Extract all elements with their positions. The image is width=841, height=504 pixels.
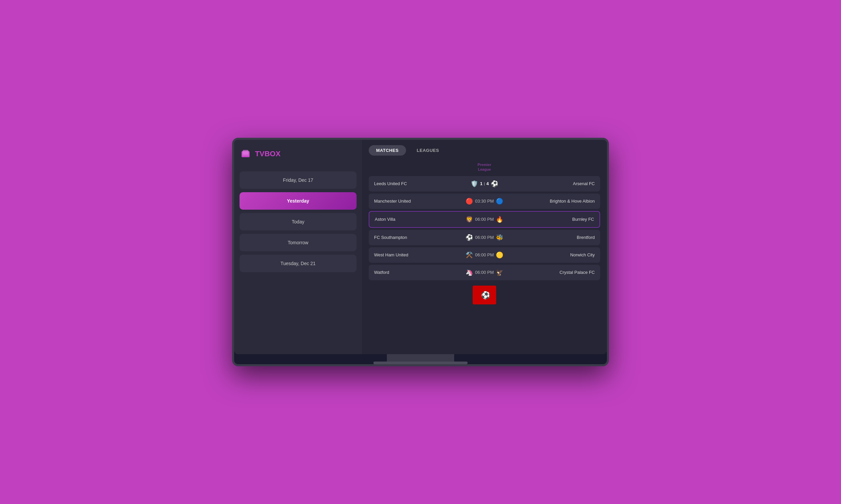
svg-rect-2 bbox=[242, 150, 249, 156]
home-team: Leeds United FC bbox=[374, 181, 461, 186]
score-display: 06:00 PM bbox=[475, 235, 494, 240]
match-row-highlighted[interactable]: Aston Villa 🦁 06:00 PM 🔥 Burnley FC bbox=[369, 211, 600, 228]
date-button-friday[interactable]: Friday, Dec 17 bbox=[240, 172, 357, 189]
away-badge: 🦅 bbox=[496, 269, 503, 276]
tab-leagues[interactable]: LEAGUES bbox=[409, 145, 446, 156]
home-team: Aston Villa bbox=[375, 217, 461, 222]
away-team: Norwich City bbox=[508, 252, 595, 257]
premier-league-header: PremierLeague bbox=[369, 162, 600, 172]
home-team: Watford bbox=[374, 270, 461, 275]
bundesliga-icon: ⚽ bbox=[478, 288, 491, 302]
away-badge: ⚽ bbox=[491, 180, 498, 187]
score-display: 1 : 4 bbox=[480, 181, 489, 186]
date-button-yesterday[interactable]: Yesterday bbox=[240, 192, 357, 210]
away-team: Arsenal FC bbox=[508, 181, 595, 186]
away-badge: 🟡 bbox=[496, 251, 503, 259]
date-button-tomorrow[interactable]: Tomorrow bbox=[240, 234, 357, 251]
tvbox-logo-icon bbox=[240, 148, 252, 160]
tab-matches[interactable]: MATCHES bbox=[369, 145, 406, 156]
date-button-tuesday[interactable]: Tuesday, Dec 21 bbox=[240, 255, 357, 272]
match-row[interactable]: Watford 🦄 06:00 PM 🦅 Crystal Palace FC bbox=[369, 265, 600, 280]
match-row[interactable]: FC Southampton ⚽ 06:00 PM 🐝 Brentford bbox=[369, 230, 600, 245]
logo-text: TVBOX bbox=[255, 149, 280, 158]
away-team: Burnley FC bbox=[508, 217, 594, 222]
logo-box: BOX bbox=[264, 149, 280, 158]
away-team: Brentford bbox=[508, 235, 595, 240]
home-badge: 🦁 bbox=[466, 216, 473, 223]
away-badge: 🔵 bbox=[496, 198, 503, 205]
app-content: TVBOX Friday, Dec 17 Yesterday Today Tom… bbox=[234, 140, 607, 354]
svg-text:⚽: ⚽ bbox=[481, 291, 491, 300]
bundesliga-badge: ⚽ bbox=[473, 286, 496, 304]
home-team: West Ham United bbox=[374, 252, 461, 257]
away-team: Crystal Palace FC bbox=[508, 270, 595, 275]
away-badge: 🐝 bbox=[496, 234, 503, 241]
match-center: 🛡️ 1 : 4 ⚽ bbox=[461, 180, 508, 187]
away-badge: 🔥 bbox=[496, 216, 503, 223]
tv-frame: TVBOX Friday, Dec 17 Yesterday Today Tom… bbox=[232, 138, 609, 366]
score-display: 03:30 PM bbox=[475, 199, 494, 204]
match-row[interactable]: West Ham United ⚒️ 06:00 PM 🟡 Norwich Ci… bbox=[369, 247, 600, 263]
score-display: 06:00 PM bbox=[475, 252, 494, 257]
home-team: Manchester United bbox=[374, 199, 461, 204]
sidebar: TVBOX Friday, Dec 17 Yesterday Today Tom… bbox=[234, 140, 362, 354]
match-center: 🦄 06:00 PM 🦅 bbox=[461, 269, 508, 276]
score-display: 06:00 PM bbox=[475, 270, 494, 275]
main-content: MATCHES LEAGUES PremierLeague Leeds Unit… bbox=[362, 140, 607, 354]
premier-league-badge: PremierLeague bbox=[478, 162, 492, 172]
tv-stand bbox=[387, 354, 454, 364]
logo-area: TVBOX bbox=[240, 146, 357, 161]
date-button-today[interactable]: Today bbox=[240, 213, 357, 231]
match-row[interactable]: Manchester United 🔴 03:30 PM 🔵 Brighton … bbox=[369, 194, 600, 209]
home-badge: 🔴 bbox=[466, 198, 473, 205]
match-center: ⚒️ 06:00 PM 🟡 bbox=[461, 251, 508, 259]
score-display: 06:00 PM bbox=[475, 217, 494, 222]
match-row[interactable]: Leeds United FC 🛡️ 1 : 4 ⚽ Arsenal FC bbox=[369, 176, 600, 192]
bundesliga-header: ⚽ bbox=[369, 286, 600, 304]
match-center: ⚽ 06:00 PM 🐝 bbox=[461, 234, 508, 241]
home-badge: 🦄 bbox=[466, 269, 473, 276]
top-tabs: MATCHES LEAGUES bbox=[369, 145, 600, 156]
home-badge: 🛡️ bbox=[470, 180, 478, 187]
bundesliga-section: ⚽ bbox=[369, 286, 600, 304]
tv-screen: TVBOX Friday, Dec 17 Yesterday Today Tom… bbox=[234, 140, 607, 354]
logo-tv: TV bbox=[255, 149, 264, 158]
match-center: 🦁 06:00 PM 🔥 bbox=[461, 216, 508, 223]
home-team: FC Southampton bbox=[374, 235, 461, 240]
premier-league-section: PremierLeague Leeds United FC 🛡️ 1 : 4 ⚽… bbox=[369, 162, 600, 280]
match-center: 🔴 03:30 PM 🔵 bbox=[461, 198, 508, 205]
home-badge: ⚒️ bbox=[466, 251, 473, 259]
away-team: Brighton & Hove Albion bbox=[508, 199, 595, 204]
home-badge: ⚽ bbox=[466, 234, 473, 241]
